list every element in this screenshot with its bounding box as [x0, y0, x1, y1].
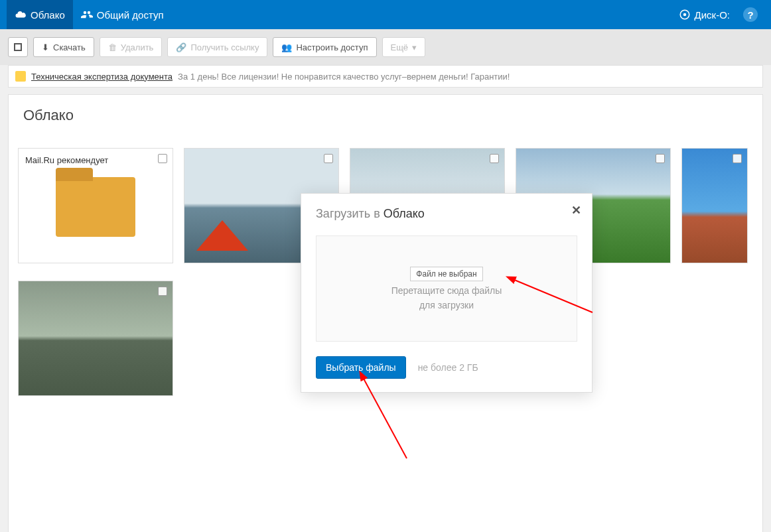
download-icon: ⬇ [42, 42, 49, 52]
delete-label: Удалить [121, 42, 154, 52]
ad-feather-icon [15, 71, 26, 82]
no-file-badge: Файл не выбран [410, 267, 482, 281]
select-files-button[interactable]: Выбрать файлы [316, 356, 406, 379]
upload-modal: ✕ Загрузить в Облако Файл не выбран Пере… [301, 193, 593, 393]
users-small-icon: 👥 [281, 42, 292, 52]
download-label: Скачать [53, 42, 86, 52]
nav-shared[interactable]: Общий доступ [73, 0, 172, 29]
modal-actions: Выбрать файлы не более 2 ГБ [316, 356, 577, 379]
download-button[interactable]: ⬇ Скачать [33, 37, 94, 57]
trash-icon: 🗑 [108, 42, 117, 52]
ad-link[interactable]: Техническая экспертиза документа [31, 72, 173, 82]
link-icon: 🔗 [176, 42, 186, 52]
help-icon: ? [743, 7, 758, 22]
configure-access-button[interactable]: 👥 Настроить доступ [273, 37, 376, 57]
nav-shared-label: Общий доступ [97, 9, 164, 21]
folder-icon [56, 177, 135, 237]
nav-cloud-label: Облако [31, 9, 65, 21]
dropzone-line2: для загрузки [419, 300, 474, 310]
tile-checkbox[interactable] [324, 154, 333, 163]
thumbnail-reflection [19, 281, 173, 395]
more-label: Ещё [391, 42, 409, 52]
folder-title: Mail.Ru рекомендует [25, 155, 166, 165]
dropzone[interactable]: Файл не выбран Перетащите сюда файлы для… [316, 235, 577, 342]
disk-o-icon [679, 9, 691, 21]
tile-checkbox[interactable] [158, 154, 167, 163]
configure-access-label: Настроить доступ [296, 42, 368, 52]
top-nav: Облако Общий доступ Диск-О: ? [0, 0, 771, 29]
image-tile[interactable] [18, 281, 173, 396]
modal-title-dest: Облако [384, 207, 425, 220]
tile-checkbox[interactable] [733, 154, 742, 163]
get-link-button[interactable]: 🔗 Получить ссылку [167, 37, 267, 57]
more-button[interactable]: Ещё ▾ [382, 37, 426, 57]
folder-tile-recommends[interactable]: Mail.Ru рекомендует [18, 148, 173, 263]
users-icon [81, 9, 93, 21]
chevron-down-icon: ▾ [412, 42, 417, 52]
tile-checkbox[interactable] [656, 154, 665, 163]
cloud-icon [15, 9, 27, 21]
help-button[interactable]: ? [736, 7, 764, 22]
content-area: Mail.Ru рекомендует [8, 133, 763, 532]
thumbnail-rocks [682, 149, 747, 263]
breadcrumb: Облако [8, 94, 763, 133]
ad-text: За 1 день! Все лицензии! Не понравится к… [178, 72, 510, 82]
close-button[interactable]: ✕ [571, 203, 581, 218]
size-limit-hint: не более 2 ГБ [418, 362, 478, 373]
select-all-checkbox[interactable] [8, 37, 28, 57]
delete-button[interactable]: 🗑 Удалить [100, 37, 163, 57]
tile-checkbox[interactable] [158, 287, 167, 296]
image-tile[interactable] [681, 148, 748, 263]
ad-banner: Техническая экспертиза документа За 1 де… [8, 65, 763, 88]
nav-cloud[interactable]: Облако [7, 0, 73, 29]
disk-o-label: Диск-О: [695, 9, 730, 21]
dropzone-line1: Перетащите сюда файлы [391, 285, 502, 296]
tile-checkbox[interactable] [490, 154, 499, 163]
toolbar: ⬇ Скачать 🗑 Удалить 🔗 Получить ссылку 👥 … [0, 29, 771, 65]
disk-o-link[interactable]: Диск-О: [672, 9, 736, 21]
get-link-label: Получить ссылку [190, 42, 259, 52]
modal-title: Загрузить в Облако [316, 207, 577, 221]
page-title: Облако [23, 107, 74, 123]
svg-point-1 [683, 13, 686, 17]
modal-title-prefix: Загрузить в [316, 207, 380, 220]
